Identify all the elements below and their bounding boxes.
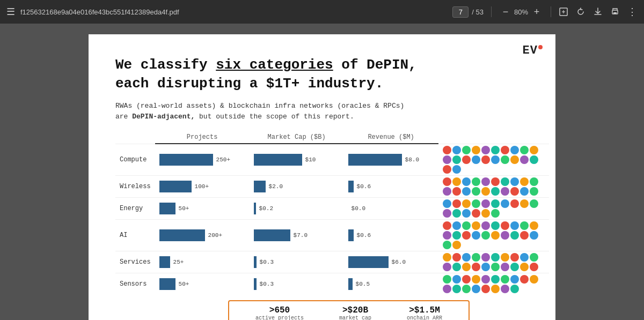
- logo-grid: [443, 221, 545, 249]
- logo-icon: [491, 155, 500, 164]
- projects-bar-cell: 100+: [155, 175, 250, 197]
- table-row: Energy 50+ $0.2 $0.0: [115, 197, 549, 219]
- logo-icon: [443, 177, 451, 186]
- logo-icon: [530, 263, 538, 271]
- logo-icon: [530, 187, 538, 196]
- revenue-bar-label: $0.5: [356, 281, 370, 287]
- logo-icon: [452, 263, 461, 271]
- page-number-input[interactable]: 7: [452, 6, 469, 18]
- projects-bar: [159, 203, 175, 214]
- logo-icon: [452, 231, 461, 240]
- logo-icon: [530, 146, 538, 154]
- logo-icon: [530, 275, 538, 284]
- projects-bar-label: 200+: [208, 232, 222, 239]
- subtext-line2-prefix: are: [115, 113, 132, 121]
- market-cap-bar-cell: $7.0: [250, 219, 344, 251]
- logo-icon: [481, 221, 490, 230]
- divider1: [491, 6, 492, 17]
- logo-icon: [501, 231, 509, 240]
- logo-icon: [472, 199, 480, 208]
- market-cap-bar: [254, 278, 257, 290]
- logo-icon: [472, 187, 480, 196]
- logo-icon: [481, 199, 490, 208]
- logo-icon: [472, 221, 480, 230]
- revenue-bar: [348, 229, 354, 241]
- heading-prefix: We classify: [115, 57, 216, 73]
- revenue-bar: [348, 256, 389, 268]
- market-cap-bar-label: $0.3: [260, 259, 274, 265]
- toolbar: ☰ f125632168e9a04e016fe43bc551f412389eda…: [0, 0, 644, 24]
- logo-icon: [510, 199, 519, 208]
- logo-icon: [520, 146, 529, 154]
- logo-icon: [481, 285, 490, 293]
- logo-grid: [443, 177, 545, 196]
- summary-projects-value: >650: [255, 306, 304, 315]
- logo-grid-cell: [438, 175, 549, 197]
- zoom-in-button[interactable]: +: [530, 5, 543, 18]
- logo-icon: [462, 146, 471, 154]
- logo-icon: [491, 275, 500, 284]
- logo-icon: [452, 187, 461, 196]
- projects-bar: [159, 278, 175, 290]
- download-button[interactable]: [593, 7, 603, 17]
- logo-icon: [510, 253, 519, 262]
- menu-icon[interactable]: ☰: [6, 6, 15, 18]
- table-row: Sensors 50+ $0.3 $0.5: [115, 273, 549, 295]
- logo-icon: [452, 165, 461, 174]
- logo-icon: [491, 187, 500, 196]
- heading-suffix: of DePIN,: [333, 57, 417, 73]
- logo-icon: [472, 209, 480, 218]
- rotate-button[interactable]: [576, 7, 586, 17]
- market-cap-bar-label: $7.0: [294, 232, 308, 239]
- projects-bar: [159, 229, 205, 241]
- logo-icon: [491, 231, 500, 240]
- logo-icon: [452, 146, 461, 154]
- more-options-button[interactable]: ⋮: [627, 6, 638, 18]
- logo-icon: [481, 275, 490, 284]
- logo-icon: [452, 177, 461, 186]
- summary-projects: >650 active projects: [255, 306, 304, 320]
- logo-icon: [452, 155, 461, 164]
- logo-icon: [520, 221, 529, 230]
- market-cap-bar-label: $2.0: [269, 183, 283, 190]
- summary-revenue-label: onchain ARR: [407, 315, 442, 320]
- logo-icon: [452, 285, 461, 293]
- logo-icon: [443, 187, 451, 196]
- print-button[interactable]: [610, 7, 620, 17]
- pdf-container[interactable]: EV We classify six categories of DePIN, …: [0, 24, 644, 320]
- market-cap-bar: [254, 229, 290, 241]
- logo-icon: [481, 155, 490, 164]
- logo-icon: [472, 146, 480, 154]
- page-navigation: 7 / 53: [452, 6, 484, 18]
- category-label: Wireless: [115, 175, 155, 197]
- subtext-line1: RWAs (real-world assets) & blockchain in…: [115, 102, 404, 110]
- logo-icon: [462, 231, 471, 240]
- projects-bar-label: 100+: [195, 183, 209, 190]
- summary-revenue-value: >$1.5M: [407, 306, 442, 315]
- logo-icon: [520, 263, 529, 271]
- projects-bar-container: 200+: [159, 229, 245, 241]
- divider2: [551, 6, 551, 17]
- ev-logo: EV: [523, 44, 543, 57]
- fit-page-button[interactable]: [559, 7, 568, 17]
- toolbar-right-actions: ⋮: [559, 6, 638, 18]
- projects-bar-label: 25+: [173, 259, 184, 265]
- zoom-out-button[interactable]: −: [499, 5, 512, 18]
- ev-logo-dot: [538, 45, 543, 49]
- market-cap-bar-cell: $10: [250, 144, 344, 175]
- projects-bar-container: 100+: [159, 181, 245, 192]
- logo-icon: [501, 253, 509, 262]
- logo-icon: [472, 177, 480, 186]
- revenue-bar-cell: $0.5: [344, 273, 438, 295]
- logo-icon: [520, 155, 529, 164]
- projects-bar-container: 250+: [159, 154, 245, 166]
- table-row: Services 25+ $0.3 $6.0: [115, 251, 549, 273]
- projects-bar-label: 50+: [179, 281, 189, 287]
- logo-icon: [491, 221, 500, 230]
- logo-icon: [510, 285, 519, 293]
- logo-icon: [481, 263, 490, 271]
- revenue-bar-label: $0.0: [352, 205, 365, 212]
- logo-icon: [443, 285, 451, 293]
- logo-icon: [472, 253, 480, 262]
- logo-icon: [491, 146, 500, 154]
